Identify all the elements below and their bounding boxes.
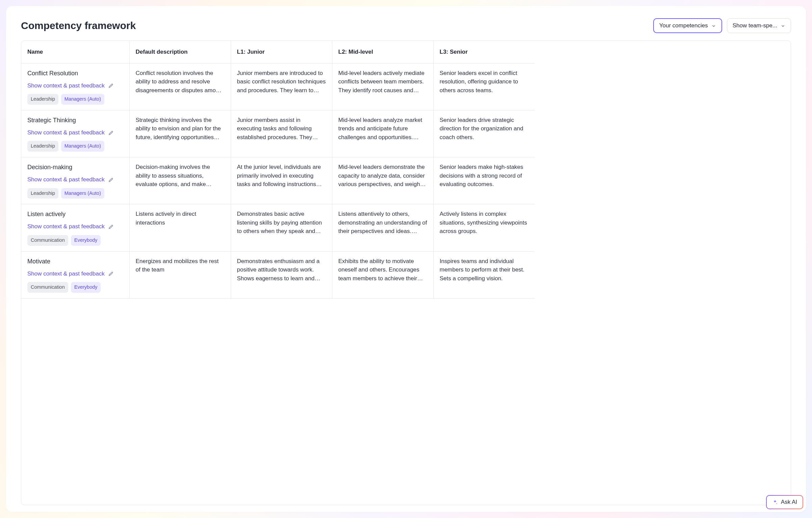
cell-text: Senior leaders excel in conflict resolut…	[440, 69, 529, 95]
chevron-down-icon	[711, 23, 716, 28]
col-header-desc: Default description	[129, 41, 231, 63]
cell-l3: Senior leaders drive strategic direction…	[433, 110, 535, 157]
header-row: Competency framework Your competencies S…	[21, 18, 791, 33]
cell-text: Listens attentively to others, demonstra…	[338, 210, 427, 236]
cell-text: Mid-level leaders analyze market trends …	[338, 116, 427, 142]
tag: Everybody	[71, 282, 101, 293]
cell-l3: Inspires teams and individual members to…	[433, 251, 535, 298]
show-context-link[interactable]: Show context & past feedback	[27, 81, 105, 90]
competency-name: Motivate	[27, 257, 123, 266]
tag: Managers (Auto)	[61, 94, 104, 105]
cell-text: Junior members are introduced to basic c…	[237, 69, 326, 95]
competency-table: Name Default description L1: Junior L2: …	[21, 41, 535, 299]
cell-text: Mid-level leaders actively mediate confl…	[338, 69, 427, 95]
cell-text: Listens actively in direct interactions	[136, 210, 225, 227]
col-header-name: Name	[21, 41, 129, 63]
table-row: Listen activelyShow context & past feedb…	[21, 204, 535, 251]
col-header-l3: L3: Senior	[433, 41, 535, 63]
context-row: Show context & past feedback	[27, 269, 123, 278]
cell-l3: Actively listens in complex situations, …	[433, 204, 535, 251]
cell-l3: Senior leaders make high-stakes decision…	[433, 157, 535, 204]
cell-desc: Conflict resolution involves the ability…	[129, 63, 231, 110]
tag-list: LeadershipManagers (Auto)	[27, 94, 123, 105]
competency-table-wrap[interactable]: Name Default description L1: Junior L2: …	[21, 41, 791, 505]
tag-list: CommunicationEverybody	[27, 282, 123, 293]
tag: Leadership	[27, 188, 58, 199]
toolbar: Your competencies Show team-spe...	[653, 18, 791, 33]
edit-icon[interactable]	[108, 224, 114, 230]
cell-text: At the junior level, individuals are pri…	[237, 163, 326, 189]
cell-text: Conflict resolution involves the ability…	[136, 69, 225, 95]
edit-icon[interactable]	[108, 130, 114, 136]
competency-name: Conflict Resolution	[27, 69, 123, 78]
cell-text: Exhibits the ability to motivate oneself…	[338, 257, 427, 283]
tag: Leadership	[27, 94, 58, 105]
tag: Managers (Auto)	[61, 188, 104, 199]
chevron-down-icon	[781, 23, 785, 28]
cell-l2: Exhibits the ability to motivate oneself…	[332, 251, 433, 298]
tag: Managers (Auto)	[61, 141, 104, 152]
cell-l1: At the junior level, individuals are pri…	[231, 157, 332, 204]
page-title: Competency framework	[21, 20, 136, 31]
competency-name: Strategic Thinking	[27, 116, 123, 125]
main-panel: Competency framework Your competencies S…	[6, 6, 806, 512]
ask-ai-label: Ask AI	[781, 499, 797, 506]
cell-l2: Mid-level leaders analyze market trends …	[332, 110, 433, 157]
cell-l2: Mid-level leaders demonstrate the capaci…	[332, 157, 433, 204]
competency-name: Listen actively	[27, 210, 123, 219]
cell-text: Senior leaders drive strategic direction…	[440, 116, 529, 142]
table-row: MotivateShow context & past feedbackComm…	[21, 251, 535, 298]
cell-text: Demonstrates basic active listening skil…	[237, 210, 326, 236]
cell-l3: Senior leaders excel in conflict resolut…	[433, 63, 535, 110]
col-header-l2: L2: Mid-level	[332, 41, 433, 63]
scope-dropdown[interactable]: Your competencies	[653, 18, 722, 33]
context-row: Show context & past feedback	[27, 222, 123, 231]
tag-list: CommunicationEverybody	[27, 235, 123, 246]
show-context-link[interactable]: Show context & past feedback	[27, 269, 105, 278]
scope-dropdown-label: Your competencies	[659, 22, 708, 29]
cell-l1: Junior members are introduced to basic c…	[231, 63, 332, 110]
tag: Leadership	[27, 141, 58, 152]
tag: Communication	[27, 235, 68, 246]
context-row: Show context & past feedback	[27, 81, 123, 90]
context-row: Show context & past feedback	[27, 175, 123, 184]
context-row: Show context & past feedback	[27, 128, 123, 137]
cell-text: Energizes and mobilizes the rest of the …	[136, 257, 225, 274]
team-dropdown-label: Show team-spe...	[733, 22, 777, 29]
competency-name: Decision-making	[27, 163, 123, 172]
cell-l1: Demonstrates enthusiasm and a positive a…	[231, 251, 332, 298]
cell-text: Demonstrates enthusiasm and a positive a…	[237, 257, 326, 283]
tag-list: LeadershipManagers (Auto)	[27, 188, 123, 199]
cell-text: Decision-making involves the ability to …	[136, 163, 225, 189]
sparkle-icon	[772, 499, 778, 505]
cell-l2: Listens attentively to others, demonstra…	[332, 204, 433, 251]
table-header-row: Name Default description L1: Junior L2: …	[21, 41, 535, 63]
cell-text: Actively listens in complex situations, …	[440, 210, 529, 236]
cell-text: Senior leaders make high-stakes decision…	[440, 163, 529, 189]
name-cell: Conflict ResolutionShow context & past f…	[21, 63, 129, 110]
tag: Everybody	[71, 235, 101, 246]
edit-icon[interactable]	[108, 177, 114, 183]
name-cell: Decision-makingShow context & past feedb…	[21, 157, 129, 204]
name-cell: Strategic ThinkingShow context & past fe…	[21, 110, 129, 157]
cell-text: Inspires teams and individual members to…	[440, 257, 529, 283]
cell-l2: Mid-level leaders actively mediate confl…	[332, 63, 433, 110]
cell-text: Junior members assist in executing tasks…	[237, 116, 326, 142]
show-context-link[interactable]: Show context & past feedback	[27, 175, 105, 184]
table-row: Conflict ResolutionShow context & past f…	[21, 63, 535, 110]
name-cell: MotivateShow context & past feedbackComm…	[21, 251, 129, 298]
show-context-link[interactable]: Show context & past feedback	[27, 222, 105, 231]
team-dropdown[interactable]: Show team-spe...	[727, 18, 791, 33]
cell-text: Strategic thinking involves the ability …	[136, 116, 225, 142]
tag-list: LeadershipManagers (Auto)	[27, 141, 123, 152]
cell-text: Mid-level leaders demonstrate the capaci…	[338, 163, 427, 189]
ask-ai-button[interactable]: Ask AI	[766, 495, 803, 509]
col-header-l1: L1: Junior	[231, 41, 332, 63]
cell-l1: Demonstrates basic active listening skil…	[231, 204, 332, 251]
edit-icon[interactable]	[108, 270, 114, 277]
cell-desc: Strategic thinking involves the ability …	[129, 110, 231, 157]
tag: Communication	[27, 282, 68, 293]
edit-icon[interactable]	[108, 82, 114, 88]
show-context-link[interactable]: Show context & past feedback	[27, 128, 105, 137]
name-cell: Listen activelyShow context & past feedb…	[21, 204, 129, 251]
